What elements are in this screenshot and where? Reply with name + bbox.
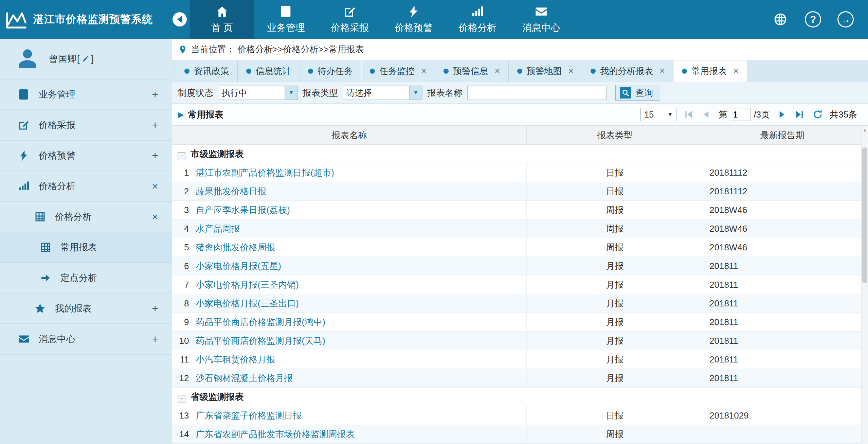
home-icon	[215, 5, 229, 18]
nav-item-price-analysis[interactable]: 价格分析	[446, 0, 509, 39]
tab-label: 我的分析报表	[600, 65, 653, 77]
status-select-value: 执行中	[222, 87, 247, 99]
report-link[interactable]: 自产应季水果日报(荔枝)	[196, 205, 290, 215]
sidebar-item-price-analysis[interactable]: 价格分析 ×	[0, 171, 172, 202]
nav-label: 消息中心	[522, 21, 560, 34]
report-link[interactable]: 湛江市农副产品价格监测日报(超市)	[196, 167, 334, 178]
sidebar-item-label: 价格分析	[55, 211, 92, 223]
expand-icon[interactable]: +	[152, 333, 158, 345]
tab-warning-info[interactable]: 预警信息 ×	[435, 60, 509, 82]
row-number: 11	[172, 350, 192, 369]
sidebar-item-price-report[interactable]: 价格采报 +	[0, 110, 172, 141]
help-icon[interactable]: ?	[805, 11, 821, 28]
sidebar-item-label: 定点分析	[60, 272, 97, 284]
report-type-select[interactable]: 请选择 ▼	[343, 86, 422, 100]
scrollbar-thumb[interactable]	[862, 147, 867, 283]
first-page-button[interactable]	[682, 108, 694, 121]
grid-toolbar: ▶ 常用报表 15 ▼ 第 /3页	[172, 104, 868, 126]
report-type-cell: 月报	[527, 313, 703, 332]
logout-icon[interactable]: →	[837, 11, 854, 28]
collapse-icon[interactable]: ×	[152, 180, 158, 193]
last-page-button[interactable]	[794, 108, 806, 121]
breadcrumb-text: 当前位置： 价格分析>>价格分析>>常用报表	[191, 43, 364, 55]
nav-item-home[interactable]: 首 页	[190, 0, 254, 39]
tab-news-policy[interactable]: 资讯政策	[176, 60, 238, 82]
expand-icon[interactable]: +	[152, 119, 158, 131]
row-number: 3	[172, 201, 192, 219]
collapse-icon[interactable]: ×	[152, 211, 158, 223]
globe-icon[interactable]	[772, 11, 789, 28]
edit-icon	[343, 5, 357, 18]
chevron-left-icon	[174, 16, 182, 23]
expand-icon[interactable]: +	[152, 302, 158, 315]
tab-warning-map[interactable]: 预警地图 ×	[509, 60, 582, 82]
report-name-input[interactable]	[467, 86, 607, 100]
edit-profile-icon[interactable]	[80, 55, 91, 63]
close-icon[interactable]: ×	[733, 66, 739, 76]
row-number: 12	[172, 369, 192, 388]
report-link[interactable]: 蔬果批发价格日报	[196, 186, 267, 196]
sidebar-item-common-reports[interactable]: 常用报表	[0, 232, 172, 263]
scroll-up-icon[interactable]: ▲	[862, 126, 868, 134]
row-number: 14	[172, 425, 192, 444]
expand-icon[interactable]: +	[152, 149, 158, 162]
table-row: 5 猪禽肉批发价格周报 周报 2018W46	[172, 238, 862, 257]
sidebar-item-price-warning[interactable]: 价格预警 +	[0, 141, 172, 171]
close-icon[interactable]: ×	[568, 66, 574, 76]
table-icon	[34, 211, 46, 223]
nav-item-business[interactable]: 业务管理	[254, 0, 318, 39]
tab-info-statistics[interactable]: 信息统计	[238, 60, 300, 82]
tab-task-monitor[interactable]: 任务监控 ×	[361, 60, 435, 82]
nav-item-message-center[interactable]: 消息中心	[509, 0, 573, 39]
sidebar-item-my-reports[interactable]: 我的报表 +	[0, 294, 172, 324]
edit-icon	[18, 119, 30, 131]
status-select[interactable]: 执行中 ▼	[218, 86, 298, 100]
sidebar-item-business[interactable]: 业务管理 +	[0, 79, 172, 110]
sidebar-item-message-center[interactable]: 消息中心 +	[0, 324, 172, 355]
tab-common-reports[interactable]: 常用报表 ×	[673, 60, 747, 82]
vertical-scrollbar[interactable]: ▲	[861, 126, 868, 444]
bracket-close: ]	[91, 54, 94, 64]
next-page-button[interactable]	[776, 108, 788, 121]
tab-dot-icon	[184, 69, 189, 74]
close-icon[interactable]: ×	[421, 66, 427, 76]
report-link[interactable]: 小家电价格月报(三圣内销)	[196, 280, 299, 290]
nav-item-price-warning[interactable]: 价格预警	[382, 0, 446, 39]
report-link[interactable]: 药品平价商店价格监测月报(鸿中)	[196, 317, 325, 327]
report-link[interactable]: 小家电价格月报(五星)	[196, 261, 281, 271]
close-icon[interactable]: ×	[659, 66, 665, 76]
page-size-select[interactable]: 15 ▼	[640, 108, 676, 121]
collapse-group-icon[interactable]: −	[178, 395, 185, 403]
close-icon[interactable]: ×	[495, 66, 500, 76]
period-cell: 20181112	[703, 163, 862, 182]
report-link[interactable]: 水产品周报	[196, 224, 240, 234]
tab-my-analysis-reports[interactable]: 我的分析报表 ×	[582, 60, 673, 82]
report-type-cell: 月报	[527, 369, 703, 388]
report-type-cell: 月报	[527, 294, 703, 313]
row-number: 2	[172, 182, 192, 201]
page-size-value: 15	[644, 110, 654, 120]
search-button[interactable]: 查询	[615, 85, 660, 101]
report-link[interactable]: 小汽车租赁价格月报	[196, 354, 275, 365]
report-link[interactable]: 药品平价商店价格监测月报(天马)	[196, 336, 325, 346]
report-link[interactable]: 小家电价格月报(三圣出口)	[196, 298, 299, 308]
collapse-sidebar-button[interactable]	[173, 12, 187, 26]
sidebar-item-price-analysis-sub[interactable]: 价格分析 ×	[0, 202, 172, 232]
prev-page-button[interactable]	[700, 108, 712, 121]
chevron-down-icon: ▼	[285, 86, 297, 100]
tab-todo-tasks[interactable]: 待办任务	[300, 60, 361, 82]
report-link[interactable]: 广东省农副产品批发市场价格监测周报表	[196, 429, 355, 439]
report-link[interactable]: 广东省菜篮子价格监测日报	[196, 410, 302, 421]
sidebar-item-fixed-point-analysis[interactable]: 定点分析	[0, 263, 172, 294]
mail-icon	[18, 333, 30, 345]
page-number-input[interactable]	[730, 108, 751, 121]
report-link[interactable]: 猪禽肉批发价格周报	[196, 242, 275, 252]
collapse-group-icon[interactable]: −	[178, 152, 185, 160]
expand-icon[interactable]: +	[152, 88, 158, 101]
nav-item-price-report[interactable]: 价格采报	[318, 0, 382, 39]
refresh-icon[interactable]	[812, 108, 824, 121]
tab-label: 资讯政策	[194, 65, 229, 77]
report-type-cell: 日报	[527, 182, 703, 201]
report-link[interactable]: 沙石钢材混凝土价格月报	[196, 373, 293, 383]
row-number: 4	[172, 219, 192, 238]
